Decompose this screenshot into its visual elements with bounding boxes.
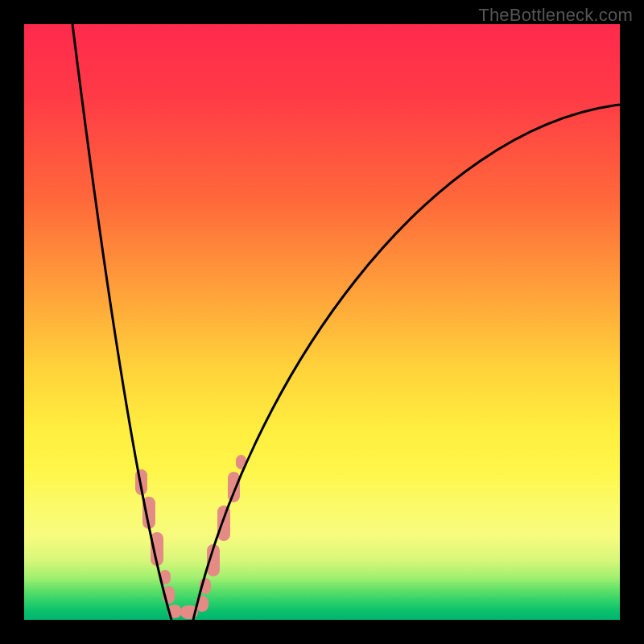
watermark-text: TheBottleneck.com (478, 5, 633, 26)
right-curve (193, 105, 620, 620)
chart-frame: TheBottleneck.com (0, 0, 644, 644)
left-curve (72, 24, 171, 620)
curve-layer (24, 24, 620, 620)
plot-area (24, 24, 620, 620)
